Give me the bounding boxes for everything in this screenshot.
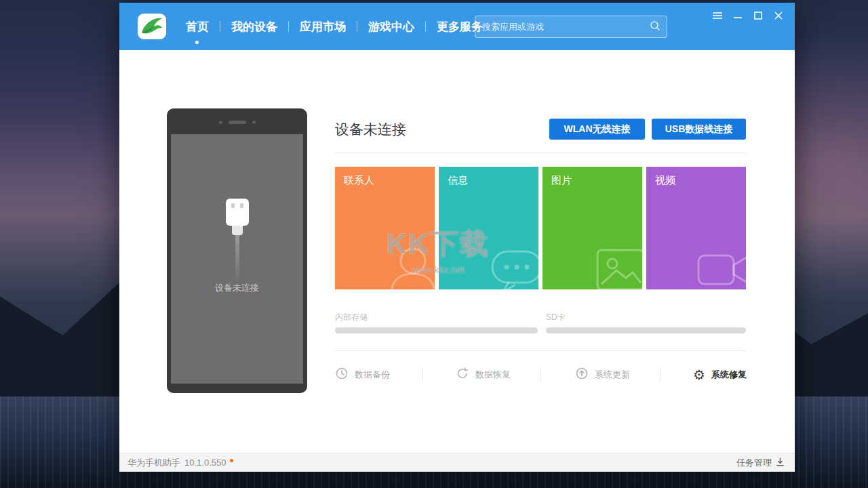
feature-system-repair[interactable]: ⚙ 系统修复 [693, 366, 747, 384]
menu-icon[interactable] [711, 9, 724, 22]
close-icon[interactable] [772, 9, 785, 22]
minimize-icon[interactable] [731, 9, 745, 22]
nav-item-label: 应用市场 [300, 19, 346, 35]
app-window: 首页 我的设备 应用市场 游戏中心 更多服务 [119, 3, 795, 472]
internal-storage-bar [335, 327, 538, 333]
tile-label: 联系人 [344, 174, 374, 187]
maximize-icon[interactable] [751, 9, 765, 22]
feature-data-backup[interactable]: 数据备份 [335, 366, 390, 384]
feature-label: 系统修复 [711, 369, 747, 381]
restore-refresh-icon [456, 367, 469, 383]
wlan-connect-button[interactable]: WLAN无线连接 [549, 119, 645, 140]
divider [335, 152, 746, 153]
phone-speaker [167, 120, 307, 124]
phone-screen: 设备未连接 [171, 134, 303, 384]
nav-item-my-device[interactable]: 我的设备 [220, 3, 288, 50]
tile-label: 信息 [448, 174, 468, 187]
feature-divider [540, 368, 541, 382]
feature-label: 数据备份 [355, 369, 390, 381]
divider [335, 350, 746, 351]
nav-item-label: 首页 [186, 19, 209, 35]
sd-card-bar [546, 327, 746, 333]
phone-illustration: 设备未连接 [167, 108, 307, 393]
hisuite-logo-icon [137, 12, 167, 41]
message-icon [483, 235, 538, 289]
picture-icon [587, 235, 642, 289]
contacts-icon [379, 235, 435, 289]
feature-system-update[interactable]: 系统更新 [575, 366, 630, 384]
tile-videos[interactable]: 视频 [646, 167, 746, 289]
update-arrow-icon [575, 367, 589, 383]
category-tiles: 联系人 信息 [335, 167, 746, 289]
usb-plug-icon [224, 199, 251, 283]
search-box [475, 16, 667, 38]
nav-item-game-center[interactable]: 游戏中心 [357, 3, 425, 50]
search-input[interactable] [475, 16, 650, 37]
update-notice-dot [230, 459, 233, 462]
nav-item-app-market[interactable]: 应用市场 [289, 3, 357, 50]
connection-status-title: 设备未连接 [335, 120, 406, 139]
usb-connect-button[interactable]: USB数据线连接 [652, 119, 746, 140]
feature-divider [660, 368, 660, 382]
window-controls [711, 9, 785, 22]
video-icon [690, 235, 746, 289]
app-version-info: 华为手机助手 10.1.0.550 [127, 457, 233, 469]
feature-label: 系统更新 [595, 369, 630, 381]
task-manager-button[interactable]: 任务管理 [736, 457, 785, 469]
tile-label: 图片 [551, 174, 572, 187]
active-tab-dot [195, 41, 199, 44]
download-tray-icon [775, 457, 785, 469]
main-content: 设备未连接 设备未连接 WLAN无线连接 USB数据线连接 联系人 [119, 50, 795, 453]
top-navbar: 首页 我的设备 应用市场 游戏中心 更多服务 [119, 3, 795, 50]
feature-label: 数据恢复 [475, 369, 511, 381]
gear-icon: ⚙ [693, 368, 705, 382]
app-version: 10.1.0.550 [184, 458, 226, 468]
tile-contacts[interactable]: 联系人 [335, 167, 435, 289]
feature-divider [422, 368, 423, 382]
nav-item-label: 游戏中心 [368, 19, 414, 35]
feature-data-restore[interactable]: 数据恢复 [456, 366, 511, 384]
backup-clock-icon [335, 367, 349, 383]
internal-storage-label: 内部存储 [335, 312, 368, 323]
desktop-background: 首页 我的设备 应用市场 游戏中心 更多服务 [0, 0, 868, 488]
sd-card-label: SD卡 [546, 312, 566, 323]
phone-status-text: 设备未连接 [171, 282, 303, 294]
task-manager-label: 任务管理 [736, 457, 772, 469]
main-navigation: 首页 我的设备 应用市场 游戏中心 更多服务 [175, 3, 494, 50]
search-icon[interactable] [650, 20, 660, 34]
nav-item-label: 我的设备 [231, 19, 277, 35]
footer-bar: 华为手机助手 10.1.0.550 任务管理 [119, 453, 795, 472]
tile-messages[interactable]: 信息 [439, 167, 538, 289]
app-name: 华为手机助手 [127, 457, 180, 469]
tile-pictures[interactable]: 图片 [542, 167, 642, 289]
tile-label: 视频 [655, 174, 675, 187]
nav-item-home[interactable]: 首页 [175, 3, 220, 50]
